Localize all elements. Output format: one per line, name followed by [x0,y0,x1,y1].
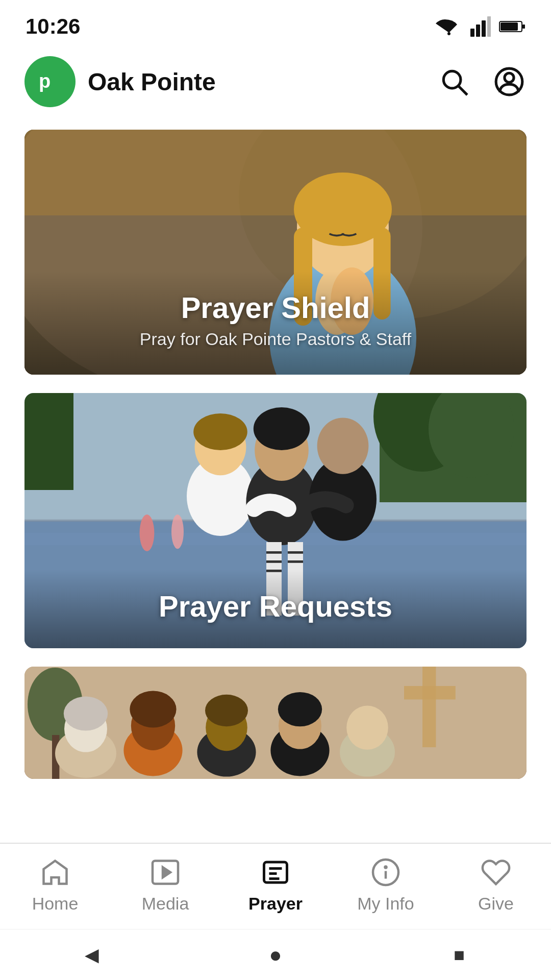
status-bar: 10:26 [0,0,551,44]
my-info-nav-icon [369,856,402,889]
main-content: Prayer Shield Pray for Oak Pointe Pastor… [0,119,551,779]
prayer-requests-card[interactable]: Prayer Requests [24,393,527,648]
search-icon [438,66,470,97]
info-icon [370,857,401,888]
svg-rect-28 [24,393,73,490]
home-button[interactable]: ● [255,935,296,975]
home-nav-label: Home [32,894,79,914]
app-name: Oak Pointe [88,68,216,96]
svg-rect-2 [476,24,480,37]
card-2-overlay: Prayer Requests [24,570,527,648]
svg-point-40 [317,418,369,474]
svg-rect-6 [500,22,518,31]
prayer-nav-icon [259,856,292,889]
status-time: 10:26 [26,14,80,39]
third-card[interactable] [24,667,527,779]
give-nav-icon [480,856,512,889]
svg-point-63 [205,695,248,726]
heart-icon [481,857,511,888]
card-2-title: Prayer Requests [45,590,506,623]
svg-point-49 [171,514,184,549]
svg-text:p: p [39,70,51,92]
prayer-nav-label: Prayer [248,894,303,914]
card-1-title: Prayer Shield [45,291,506,324]
nav-give[interactable]: Give [455,856,537,914]
svg-rect-1 [470,29,474,37]
svg-point-66 [278,692,322,726]
profile-button[interactable] [492,64,527,99]
signal-icon [470,16,491,37]
svg-point-60 [130,691,176,728]
prayer-shield-card[interactable]: Prayer Shield Pray for Oak Pointe Pastor… [24,130,527,375]
svg-point-57 [64,696,108,730]
my-info-nav-label: My Info [357,894,414,914]
search-button[interactable] [437,64,471,99]
svg-rect-46 [288,551,303,554]
logo-icon: p [35,66,65,97]
svg-rect-47 [288,560,303,563]
nav-prayer[interactable]: Prayer [235,856,316,914]
back-button[interactable]: ◀ [71,935,112,975]
home-nav-icon [39,856,71,889]
media-icon [150,857,181,888]
svg-point-68 [346,705,388,749]
app-logo[interactable]: p [24,56,76,107]
nav-my-info[interactable]: My Info [345,856,427,914]
card-1-subtitle: Pray for Oak Pointe Pastors & Staff [45,329,506,349]
media-nav-icon [149,856,182,889]
header-right [437,64,527,99]
svg-point-48 [140,514,155,551]
app-header: p Oak Pointe [0,44,551,119]
svg-rect-42 [266,551,282,554]
svg-rect-7 [522,24,525,29]
battery-icon [499,19,525,34]
svg-point-35 [193,413,247,450]
wifi-icon [436,17,462,36]
svg-point-38 [254,407,310,450]
header-left: p Oak Pointe [24,56,216,107]
svg-point-12 [505,73,514,82]
android-navigation: ◀ ● ■ [0,929,551,980]
third-card-illustration [24,667,527,779]
status-icons [436,16,525,37]
media-nav-label: Media [142,894,189,914]
profile-icon [493,66,525,97]
svg-rect-51 [422,667,436,747]
svg-rect-4 [487,16,491,37]
svg-line-10 [459,86,467,95]
svg-point-0 [447,32,450,35]
svg-rect-3 [482,20,486,37]
nav-media[interactable]: Media [124,856,206,914]
prayer-icon [260,857,291,888]
svg-rect-43 [266,560,282,563]
home-icon [40,857,70,888]
svg-marker-70 [163,867,170,877]
bottom-navigation: Home Media Prayer [0,843,551,929]
recent-button[interactable]: ■ [439,935,480,975]
svg-rect-52 [404,686,456,699]
svg-point-9 [443,71,461,88]
nav-home[interactable]: Home [14,856,96,914]
give-nav-label: Give [478,894,514,914]
card-1-overlay: Prayer Shield Pray for Oak Pointe Pastor… [24,271,527,375]
svg-rect-16 [24,130,527,215]
